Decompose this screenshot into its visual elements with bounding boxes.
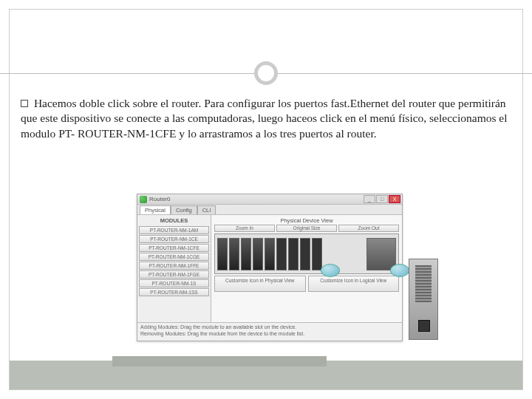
device-slot[interactable]	[300, 238, 310, 270]
router-icon	[321, 264, 340, 277]
module-item[interactable]: PT-ROUTER-NM-1CE	[139, 235, 209, 243]
physical-view-label: Physical Device View	[214, 217, 399, 224]
modules-header: MODULES	[139, 216, 209, 226]
physical-pane: Physical Device View Zoom In Original Si…	[211, 215, 402, 322]
router-icon	[390, 264, 409, 277]
module-item[interactable]: PT-ROUTER-NM-1S	[139, 279, 209, 287]
hint-line: Removing Modules: Drag the module from t…	[140, 331, 399, 338]
module-item[interactable]: PT-ROUTER-NM-1FGE	[139, 270, 209, 279]
bullet-text: Hacemos doble click sobre el router. Par…	[21, 97, 508, 140]
device-slot[interactable]	[276, 238, 287, 270]
device-slot[interactable]	[229, 238, 239, 270]
window-title: Router0	[149, 196, 170, 202]
tab-config[interactable]: Config	[171, 205, 197, 214]
hint-area: Adding Modules: Drag the module to an av…	[137, 322, 402, 341]
module-item[interactable]: PT-ROUTER-NM-1FFE	[139, 262, 209, 270]
figure-shadow	[112, 356, 327, 366]
tab-cli[interactable]: CLI	[197, 205, 216, 214]
decorative-circle	[254, 61, 278, 85]
figure-area: Router0 _ □ X Physical Config CLI MODULE…	[137, 194, 454, 360]
bullet-box-icon	[21, 100, 28, 107]
power-supply	[366, 238, 396, 270]
customize-logical-button[interactable]: Customize Icon in Logical View	[308, 276, 400, 292]
zoom-original-button[interactable]: Original Size	[276, 225, 337, 232]
modules-pane: MODULES PT-ROUTER-NM-1AM PT-ROUTER-NM-1C…	[137, 215, 211, 322]
zoom-in-button[interactable]: Zoom In	[214, 225, 275, 232]
zoom-out-button[interactable]: Zoom Out	[338, 225, 399, 232]
module-item[interactable]: PT-ROUTER-NM-1CGE	[139, 253, 209, 261]
hint-line: Adding Modules: Drag the module to an av…	[140, 324, 399, 331]
tab-bar: Physical Config CLI	[137, 205, 402, 215]
app-logo-icon	[140, 196, 147, 203]
module-item[interactable]: PT-ROUTER-NM-1AM	[139, 226, 209, 234]
device-slot[interactable]	[217, 238, 228, 270]
device-slot[interactable]	[265, 238, 275, 270]
close-button[interactable]: X	[389, 195, 400, 203]
maximize-button[interactable]: □	[376, 195, 388, 203]
module-preview	[409, 259, 438, 340]
bullet-paragraph: Hacemos doble click sobre el router. Par…	[21, 96, 511, 141]
device-slot[interactable]	[241, 238, 251, 270]
minimize-button[interactable]: _	[364, 195, 375, 203]
tab-physical[interactable]: Physical	[140, 205, 171, 214]
device-slot[interactable]	[288, 238, 299, 270]
device-slot[interactable]	[312, 238, 322, 270]
router-config-window: Router0 _ □ X Physical Config CLI MODULE…	[137, 194, 403, 341]
window-body: MODULES PT-ROUTER-NM-1AM PT-ROUTER-NM-1C…	[137, 215, 402, 322]
module-item[interactable]: PT-ROUTER-NM-1SS	[139, 288, 209, 296]
window-titlebar[interactable]: Router0 _ □ X	[137, 194, 402, 205]
device-slot[interactable]	[253, 238, 263, 270]
device-chassis[interactable]	[214, 233, 399, 274]
customize-physical-button[interactable]: Customize Icon in Physical View	[214, 276, 306, 292]
module-item[interactable]: PT-ROUTER-NM-1CFE	[139, 244, 209, 252]
